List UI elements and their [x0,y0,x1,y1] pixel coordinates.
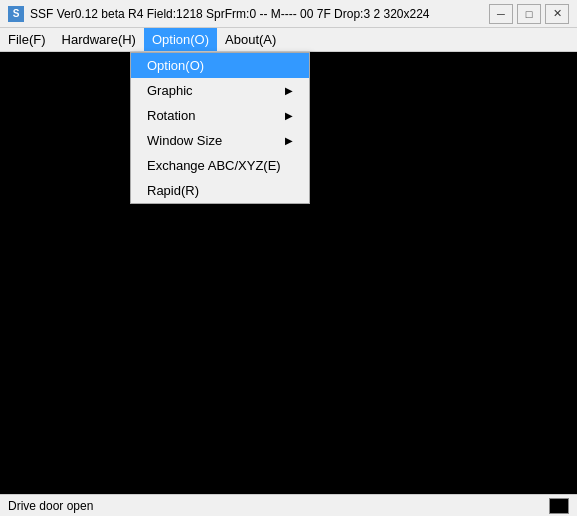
title-bar: S SSF Ver0.12 beta R4 Field:1218 SprFrm:… [0,0,577,28]
maximize-button[interactable]: □ [517,4,541,24]
menu-bar: File(F) Hardware(H) Option(O) About(A) [0,28,577,52]
status-bar: Drive door open [0,494,577,516]
submenu-arrow-rotation: ▶ [285,110,293,121]
menu-item-option[interactable]: Option(O) [144,28,217,51]
dropdown-item-exchange-abc[interactable]: Exchange ABC/XYZ(E) [131,153,309,178]
dropdown-item-window-size[interactable]: Window Size ▶ [131,128,309,153]
status-indicator [549,498,569,514]
dropdown-item-graphic[interactable]: Graphic ▶ [131,78,309,103]
minimize-button[interactable]: ─ [489,4,513,24]
menu-item-hardware[interactable]: Hardware(H) [54,28,144,51]
dropdown-item-rapid[interactable]: Rapid(R) [131,178,309,203]
title-bar-controls: ─ □ ✕ [489,4,569,24]
app-icon: S [8,6,24,22]
menu-item-about[interactable]: About(A) [217,28,284,51]
menu-item-file[interactable]: File(F) [0,28,54,51]
dropdown-item-option[interactable]: Option(O) [131,53,309,78]
submenu-arrow-graphic: ▶ [285,85,293,96]
option-dropdown: Option(O) Graphic ▶ Rotation ▶ Window Si… [130,52,310,204]
close-button[interactable]: ✕ [545,4,569,24]
submenu-arrow-window-size: ▶ [285,135,293,146]
title-bar-text: SSF Ver0.12 beta R4 Field:1218 SprFrm:0 … [30,7,489,21]
dropdown-item-rotation[interactable]: Rotation ▶ [131,103,309,128]
status-text: Drive door open [8,499,549,513]
